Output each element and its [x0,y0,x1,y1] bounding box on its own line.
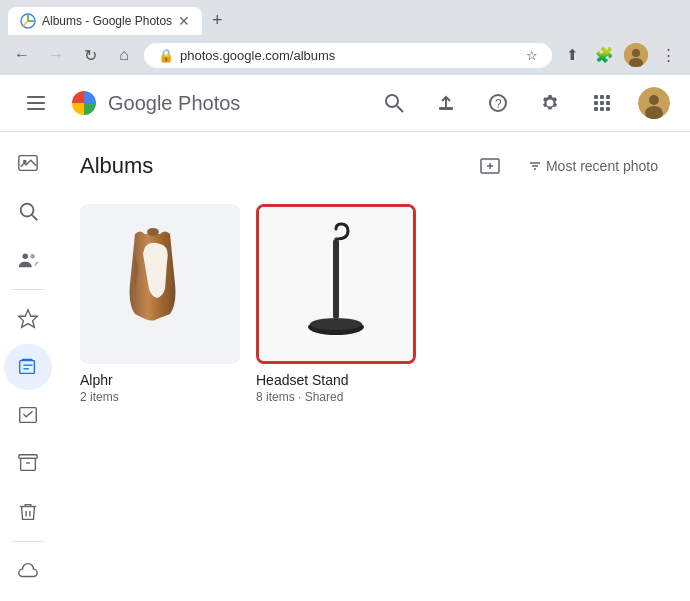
help-button[interactable]: ? [478,83,518,123]
sidebar-item-favorites[interactable] [4,296,52,342]
svg-rect-4 [27,96,45,98]
app-header: Google Photos ? [0,75,690,132]
new-tab-button[interactable]: + [204,6,231,35]
album-meta-headset-stand: 8 items · Shared [256,390,416,404]
svg-point-27 [21,204,34,217]
svg-rect-14 [600,95,604,99]
logo-icon [68,87,100,119]
menu-icon[interactable]: ⋮ [654,41,682,69]
album-thumbnail-alphr [80,204,240,364]
settings-button[interactable] [530,83,570,123]
svg-rect-33 [22,359,33,361]
svg-point-46 [147,228,159,236]
sidebar-item-trash[interactable] [4,489,52,535]
apps-button[interactable] [582,83,622,123]
bookmark-icon: ☆ [526,48,538,63]
forward-button[interactable]: → [42,41,70,69]
svg-rect-47 [333,239,339,319]
sort-label: Most recent photo [546,158,658,174]
sidebar [0,132,56,601]
address-bar-row: ← → ↻ ⌂ 🔒 ☆ ⬆ 🧩 ⋮ [0,35,690,75]
sidebar-item-utilities[interactable] [4,392,52,438]
svg-rect-16 [594,101,598,105]
tab-favicon [20,13,36,29]
hamburger-button[interactable] [16,83,56,123]
sidebar-item-archive[interactable] [4,440,52,486]
svg-marker-31 [19,310,37,327]
album-item-alphr[interactable]: Alphr 2 items [80,204,240,404]
tab-title: Albums - Google Photos [42,14,172,28]
app: Google Photos ? [0,75,690,601]
album-thumbnail-headset-stand [256,204,416,364]
svg-rect-5 [27,102,45,104]
browser-actions: ⬆ 🧩 ⋮ [558,41,682,69]
album-meta-alphr: 2 items [80,390,240,404]
svg-rect-20 [600,107,604,111]
address-bar[interactable]: 🔒 ☆ [144,43,552,68]
sidebar-item-search[interactable] [4,188,52,234]
logo-text: Google Photos [108,92,240,115]
refresh-button[interactable]: ↻ [76,41,104,69]
svg-rect-19 [594,107,598,111]
active-tab[interactable]: Albums - Google Photos ✕ [8,7,202,35]
lock-icon: 🔒 [158,48,174,63]
extensions-icon[interactable]: 🧩 [590,41,618,69]
svg-point-7 [386,95,398,107]
tab-close-button[interactable]: ✕ [178,13,190,29]
user-avatar [638,87,670,119]
svg-point-30 [30,254,35,259]
svg-rect-32 [20,361,35,374]
tab-bar: Albums - Google Photos ✕ + [0,0,690,35]
svg-rect-6 [27,108,45,110]
sort-button[interactable]: Most recent photo [520,154,666,178]
app-body: Albums [0,132,690,601]
alphr-thumbnail-image [115,224,205,344]
sidebar-item-photos[interactable] [4,140,52,186]
svg-rect-38 [21,459,36,471]
sidebar-item-albums[interactable] [4,344,52,390]
svg-line-28 [32,215,37,220]
add-album-button[interactable] [472,148,508,184]
svg-rect-17 [600,101,604,105]
browser-chrome: Albums - Google Photos ✕ + ← → ↻ ⌂ 🔒 ☆ ⬆… [0,0,690,75]
svg-rect-21 [606,107,610,111]
upload-button[interactable] [426,83,466,123]
svg-point-29 [23,253,29,259]
album-name-alphr: Alphr [80,372,240,388]
page-title: Albums [80,153,472,179]
album-info-alphr: Alphr 2 items [80,372,240,404]
main-content: Albums [56,132,690,601]
svg-rect-13 [594,95,598,99]
search-button[interactable] [374,83,414,123]
svg-text:?: ? [495,97,502,111]
svg-point-49 [310,318,362,330]
profile-avatar [624,43,648,67]
page-header: Albums [80,148,666,184]
svg-rect-15 [606,95,610,99]
album-info-headset-stand: Headset Stand 8 items · Shared [256,372,416,404]
share-icon[interactable]: ⬆ [558,41,586,69]
sidebar-divider-1 [12,289,44,290]
sidebar-item-people[interactable] [4,236,52,282]
home-button[interactable]: ⌂ [110,41,138,69]
sidebar-divider-2 [12,541,44,542]
svg-point-23 [649,95,659,105]
svg-rect-18 [606,101,610,105]
album-name-headset-stand: Headset Stand [256,372,416,388]
back-button[interactable]: ← [8,41,36,69]
user-avatar-button[interactable] [634,83,674,123]
profile-icon[interactable] [622,41,650,69]
albums-grid: Alphr 2 items [80,204,666,404]
svg-line-8 [397,106,403,112]
url-input[interactable] [180,48,520,63]
headset-stand-thumbnail-image [296,219,376,349]
svg-rect-10 [439,107,453,110]
sidebar-item-cloud[interactable] [4,548,52,594]
google-photos-logo[interactable]: Google Photos [68,87,240,119]
album-item-headset-stand[interactable]: Headset Stand 8 items · Shared [256,204,416,404]
page-header-actions: Most recent photo [472,148,666,184]
svg-point-2 [632,49,640,57]
